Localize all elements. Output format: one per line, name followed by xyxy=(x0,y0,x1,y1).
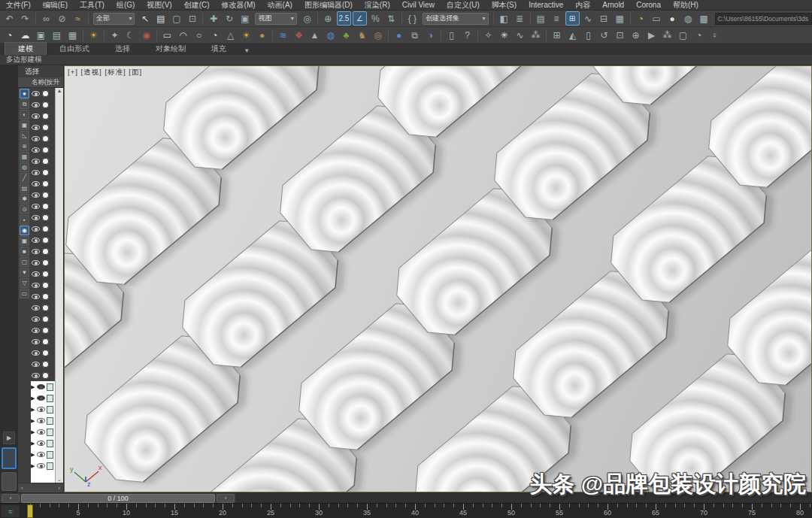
menu-item[interactable]: 脚本(S) xyxy=(486,0,523,11)
sphere-cream-icon[interactable]: ○ xyxy=(192,28,206,42)
dome-cream-icon[interactable]: ◠ xyxy=(176,28,190,42)
explorer-row[interactable]: ▶ xyxy=(31,404,55,415)
visibility-eye-icon[interactable] xyxy=(32,102,40,108)
plane-cream-icon[interactable]: ▭ xyxy=(160,28,174,42)
visibility-eye-icon[interactable] xyxy=(37,441,45,446)
expand-arrow-icon[interactable]: ▶ xyxy=(31,463,36,469)
unlink-selection-icon[interactable]: ⊘ xyxy=(55,11,69,26)
folder-view-icon[interactable]: ▭ xyxy=(20,289,29,298)
explorer-row[interactable] xyxy=(31,167,55,178)
explorer-row[interactable] xyxy=(31,246,55,257)
explorer-row[interactable] xyxy=(31,99,55,111)
display-bones-icon[interactable]: ╱ xyxy=(20,173,29,183)
explorer-row[interactable]: ▶ xyxy=(31,415,55,426)
menu-item[interactable]: 编辑(E) xyxy=(37,0,74,11)
visibility-eye-icon[interactable] xyxy=(32,249,40,254)
expand-arrow-icon[interactable]: ▶ xyxy=(31,452,36,458)
sphere-cube-red-icon[interactable]: ❖ xyxy=(292,28,306,42)
percent-snap-toggle-icon[interactable]: % xyxy=(368,11,383,26)
current-frame-marker[interactable] xyxy=(27,504,33,518)
select-and-manipulate-icon[interactable]: ⊕ xyxy=(321,11,335,26)
explorer-row[interactable] xyxy=(31,359,55,370)
explorer-row[interactable]: ▶ xyxy=(31,392,55,404)
explorer-row[interactable] xyxy=(31,280,55,291)
sphere-blue-icon[interactable]: ● xyxy=(392,28,406,42)
expand-arrow-icon[interactable]: ▶ xyxy=(31,395,36,401)
toggle-layer-explorer-icon[interactable]: ▤ xyxy=(534,11,548,26)
display-shapes-icon[interactable]: ◐ xyxy=(20,110,29,120)
spinner-snap-toggle-icon[interactable]: ⇅ xyxy=(384,11,398,26)
animal-icon[interactable]: ♞ xyxy=(355,28,369,42)
globe-icon[interactable]: ◍ xyxy=(323,28,338,42)
menu-item[interactable]: Arnold xyxy=(596,1,630,9)
mirror-icon[interactable]: ◧ xyxy=(497,11,511,26)
visibility-eye-icon[interactable] xyxy=(37,395,45,401)
viewport-layout-tab-active[interactable] xyxy=(2,447,17,469)
material-editor-icon[interactable]: ▦ xyxy=(613,11,627,26)
sun-gold-icon[interactable]: ☀ xyxy=(239,28,253,42)
menu-item[interactable]: 修改器(M) xyxy=(216,0,262,11)
explorer-row[interactable] xyxy=(31,370,55,381)
display-all-icon[interactable]: ● xyxy=(20,89,29,98)
light-spray-icon[interactable]: ✦ xyxy=(108,28,122,42)
explorer-row[interactable] xyxy=(31,347,55,359)
visibility-eye-icon[interactable] xyxy=(32,181,40,186)
next-frame-button[interactable]: › xyxy=(217,494,235,503)
menu-item[interactable]: 内容 xyxy=(569,0,596,11)
angle-snap-toggle-icon[interactable]: ∠ xyxy=(353,11,367,26)
visibility-eye-icon[interactable] xyxy=(37,418,45,423)
edit-named-selection-sets-icon[interactable]: { } xyxy=(405,11,420,26)
visibility-eye-icon[interactable] xyxy=(32,170,40,175)
display-containers-icon[interactable]: ▤ xyxy=(20,183,29,193)
ribbon-tab-建模[interactable]: 建模 xyxy=(5,42,47,55)
explorer-row[interactable] xyxy=(31,268,55,280)
moon-light-icon[interactable]: ☾ xyxy=(123,28,138,42)
cloud-icon[interactable]: ☁ xyxy=(18,28,32,42)
visibility-eye-icon[interactable] xyxy=(32,114,40,119)
menu-item[interactable]: 文件(F) xyxy=(0,0,37,11)
perspective-viewport[interactable]: [+] [透视] [标准] [面] y x z xyxy=(64,65,812,492)
visibility-eye-icon[interactable] xyxy=(32,215,40,220)
display-misc-icon[interactable]: ▪ xyxy=(20,215,29,225)
display-geometry-icon[interactable]: ⧉ xyxy=(20,99,29,109)
visibility-eye-icon[interactable] xyxy=(32,147,40,153)
ribbon-tab-自由形式[interactable]: 自由形式 xyxy=(47,43,102,55)
undo-icon[interactable]: ↶ xyxy=(2,11,17,26)
visibility-eye-icon[interactable] xyxy=(32,350,40,356)
loop-tool-icon[interactable]: ↺ xyxy=(597,28,611,42)
menu-item[interactable]: 渲染(R) xyxy=(359,0,396,11)
visibility-eye-icon[interactable] xyxy=(32,271,40,277)
visibility-eye-icon[interactable] xyxy=(37,463,45,468)
expand-arrow-icon[interactable]: ▶ xyxy=(31,441,36,447)
visibility-eye-icon[interactable] xyxy=(32,136,40,141)
display-materials-icon[interactable]: ✱ xyxy=(20,194,29,204)
named-selection-sets-dropdown[interactable]: 创建选择集▾ xyxy=(423,13,489,25)
ribbon-tab-对象绘制[interactable]: 对象绘制 xyxy=(143,43,198,55)
visibility-eye-icon[interactable] xyxy=(32,305,40,310)
fish-teal-icon[interactable]: ∿ xyxy=(513,28,527,42)
menu-item[interactable]: 创建(C) xyxy=(178,0,216,11)
visibility-eye-icon[interactable] xyxy=(32,339,40,344)
visibility-eye-icon[interactable] xyxy=(37,384,45,389)
project-folder-field[interactable]: C:\Users\86155\Documents\3ds xyxy=(715,13,812,25)
create-light-icon[interactable]: ☀ xyxy=(86,28,101,42)
schematic-view-icon[interactable]: ⊟ xyxy=(597,11,611,26)
ribbon-minimize-button[interactable]: ▾ xyxy=(239,46,255,55)
scroll-down-icon[interactable]: ⌄ xyxy=(57,477,62,483)
menu-item[interactable]: 图形编辑器(D) xyxy=(298,0,359,11)
bulb-teal-icon[interactable]: ✧ xyxy=(481,28,495,42)
explorer-row[interactable] xyxy=(31,189,55,201)
use-pivot-point-center-icon[interactable]: ◎ xyxy=(300,11,314,26)
snaps-toggle-icon[interactable]: 2.5 xyxy=(337,11,351,26)
bell-tool-icon[interactable]: ▯ xyxy=(581,28,595,42)
people-teal-icon[interactable]: ⁂ xyxy=(529,28,543,42)
visibility-eye-icon[interactable] xyxy=(37,429,45,435)
explorer-row[interactable] xyxy=(31,122,55,133)
scroll-right-icon[interactable]: › xyxy=(58,485,60,492)
toggle-ribbon-icon[interactable]: ≡ xyxy=(550,11,564,26)
window-crossing-toggle-icon[interactable]: ⊡ xyxy=(185,11,199,26)
visibility-eye-icon[interactable] xyxy=(32,91,40,96)
menu-item[interactable]: 帮助(H) xyxy=(667,0,704,11)
select-and-link-icon[interactable]: ∞ xyxy=(39,11,53,26)
explorer-row[interactable] xyxy=(31,212,55,223)
